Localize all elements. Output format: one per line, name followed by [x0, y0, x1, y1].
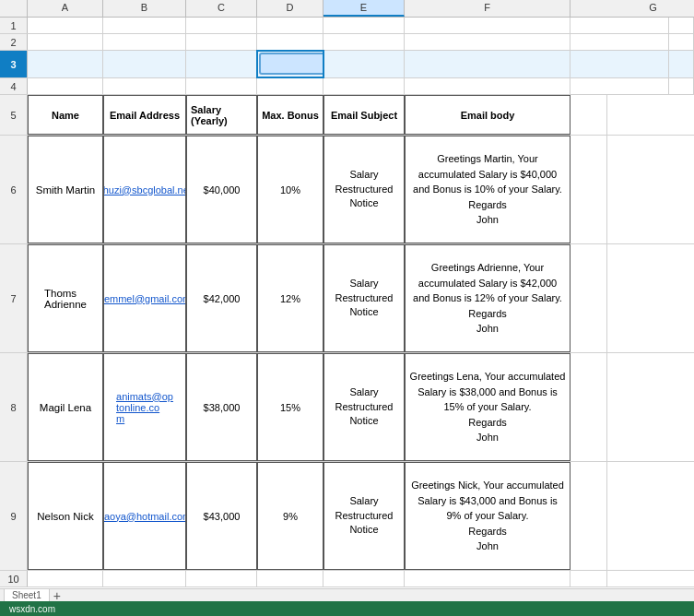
cell-E2[interactable]	[323, 34, 405, 50]
cell-D2[interactable]	[257, 34, 323, 50]
cell-D1[interactable]	[257, 18, 323, 33]
cell-A8-name[interactable]: Magil Lena	[28, 353, 103, 461]
cell-F5-body-header[interactable]: Email body	[405, 95, 570, 135]
col-header-B[interactable]: B	[103, 0, 186, 17]
cell-G8[interactable]	[570, 353, 607, 461]
cell-D10[interactable]	[257, 571, 323, 586]
cell-H1[interactable]	[669, 18, 694, 33]
cell-E1[interactable]	[323, 18, 405, 33]
cell-G1[interactable]	[570, 18, 669, 33]
cell-C5-salary-header[interactable]: Salary (Yearly)	[186, 95, 257, 135]
row1-body: Greetings Martin, Your accumulated Salar…	[409, 151, 566, 228]
cell-C10[interactable]	[186, 571, 257, 586]
cell-E8-subject[interactable]: SalaryRestructuredNotice	[323, 353, 405, 461]
col-header-D[interactable]: D	[257, 0, 323, 17]
cell-A6-name[interactable]: Smith Martin	[28, 136, 103, 243]
cell-D6-bonus[interactable]: 10%	[257, 136, 323, 243]
row1-email-link[interactable]: chuzi@sbcglobal.net	[103, 184, 186, 195]
cell-D9-bonus[interactable]: 9%	[257, 462, 323, 570]
row2-email-link[interactable]: demmel@gmail.com	[103, 293, 186, 304]
cell-E5-subject-header[interactable]: Email Subject	[323, 95, 405, 135]
cell-E9-subject[interactable]: SalaryRestructuredNotice	[323, 462, 405, 570]
cell-E10[interactable]	[323, 571, 405, 586]
cell-G7[interactable]	[570, 244, 607, 352]
cell-H3[interactable]	[669, 51, 694, 77]
cell-F2[interactable]	[405, 34, 570, 50]
col-header-C[interactable]: C	[186, 0, 257, 17]
row3-bonus: 15%	[280, 402, 300, 413]
horizontal-scrollbar[interactable]: Sheet1 +	[0, 588, 694, 601]
cell-A1[interactable]	[28, 18, 103, 33]
sheet-tab[interactable]: Sheet1	[4, 588, 50, 602]
cell-C8-salary[interactable]: $38,000	[186, 353, 257, 461]
cell-B1[interactable]	[103, 18, 186, 33]
cell-D7-bonus[interactable]: 12%	[257, 244, 323, 352]
row4-email-link[interactable]: naoya@hotmail.com	[103, 511, 186, 522]
cell-C7-salary[interactable]: $42,000	[186, 244, 257, 352]
cell-F7-body[interactable]: Greetings Adrienne, Your accumulated Sal…	[405, 244, 570, 352]
cell-E4[interactable]	[323, 78, 405, 94]
cell-D3[interactable]: +	[257, 51, 323, 77]
col-header-A[interactable]: A	[28, 0, 103, 17]
cell-B4[interactable]	[103, 78, 186, 94]
cell-H2[interactable]	[669, 34, 694, 50]
cell-B7-email[interactable]: demmel@gmail.com	[103, 244, 186, 352]
cell-H4[interactable]	[669, 78, 694, 94]
cell-B9-email[interactable]: naoya@hotmail.com	[103, 462, 186, 570]
cell-A4[interactable]	[28, 78, 103, 94]
cell-B6-email[interactable]: chuzi@sbcglobal.net	[103, 136, 186, 243]
cell-E6-subject[interactable]: SalaryRestructuredNotice	[323, 136, 405, 243]
cell-A5-name-header[interactable]: Name	[28, 95, 103, 135]
cell-E3[interactable]	[323, 51, 405, 77]
cell-G10[interactable]	[570, 571, 607, 586]
cell-A10[interactable]	[28, 571, 103, 586]
cell-A2[interactable]	[28, 34, 103, 50]
cell-A9-name[interactable]: Nelson Nick	[28, 462, 103, 570]
cell-B3[interactable]	[103, 51, 186, 77]
name-header-label: Name	[52, 110, 79, 121]
cell-D4[interactable]	[257, 78, 323, 94]
cell-B2[interactable]	[103, 34, 186, 50]
cell-C2[interactable]	[186, 34, 257, 50]
row-num-10: 10	[0, 571, 28, 586]
cell-B10[interactable]	[103, 571, 186, 586]
cell-B8-email[interactable]: animats@optonline.com	[103, 353, 186, 461]
cell-G3[interactable]	[570, 51, 669, 77]
grid-row-2: 2	[0, 34, 694, 51]
row2-name: ThomsAdrienne	[44, 288, 87, 310]
col-header-G[interactable]: G	[570, 0, 694, 17]
cell-G5[interactable]	[570, 95, 607, 135]
column-header-row: A B C D E F G H	[0, 0, 694, 18]
cell-C9-salary[interactable]: $43,000	[186, 462, 257, 570]
col-header-E[interactable]: E	[323, 0, 405, 17]
grid-row-8: 8 Magil Lena animats@optonline.com $38,0…	[0, 353, 694, 462]
cell-A7-name[interactable]: ThomsAdrienne	[28, 244, 103, 352]
col-header-F[interactable]: F	[405, 0, 570, 17]
cell-F4[interactable]	[405, 78, 570, 94]
cell-F10[interactable]	[405, 571, 570, 586]
cell-F8-body[interactable]: Greetings Lena, Your accumulated Salary …	[405, 353, 570, 461]
row-num-2: 2	[0, 34, 28, 50]
cell-C4[interactable]	[186, 78, 257, 94]
cell-C6-salary[interactable]: $40,000	[186, 136, 257, 243]
cell-F3[interactable]	[405, 51, 570, 77]
cell-D8-bonus[interactable]: 15%	[257, 353, 323, 461]
cell-G6[interactable]	[570, 136, 607, 243]
cell-A3[interactable]	[28, 51, 103, 77]
row-num-1: 1	[0, 18, 28, 33]
cell-E7-subject[interactable]: SalaryRestructuredNotice	[323, 244, 405, 352]
floating-button-container	[259, 53, 323, 75]
cell-D5-bonus-header[interactable]: Max. Bonus	[257, 95, 323, 135]
salary-header-label: Salary (Yearly)	[191, 104, 253, 126]
subject-header-label: Email Subject	[331, 110, 397, 121]
cell-F6-body[interactable]: Greetings Martin, Your accumulated Salar…	[405, 136, 570, 243]
row3-email-link[interactable]: animats@optonline.com	[116, 391, 173, 424]
cell-F9-body[interactable]: Greetings Nick, Your accumulated Salary …	[405, 462, 570, 570]
cell-G9[interactable]	[570, 462, 607, 570]
cell-C1[interactable]	[186, 18, 257, 33]
cell-G2[interactable]	[570, 34, 669, 50]
cell-F1[interactable]	[405, 18, 570, 33]
cell-C3[interactable]	[186, 51, 257, 77]
cell-G4[interactable]	[570, 78, 669, 94]
cell-B5-email-header[interactable]: Email Address	[103, 95, 186, 135]
